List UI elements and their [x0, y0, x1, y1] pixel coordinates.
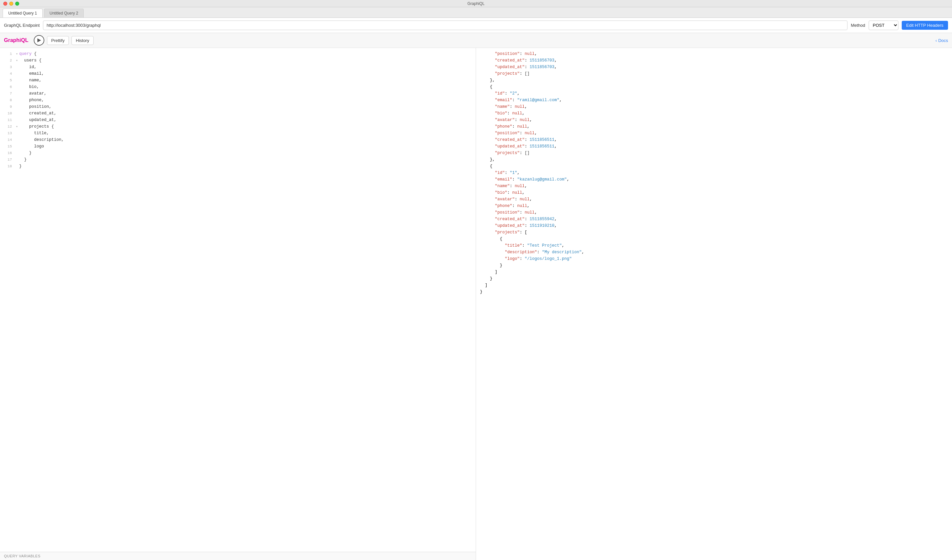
method-label: Method [851, 23, 865, 28]
run-button[interactable] [34, 35, 44, 46]
fold-arrow [16, 131, 18, 136]
editor-line: 18 } [0, 163, 476, 170]
result-line: "phone": null, [480, 123, 948, 130]
code-token: name, [19, 77, 42, 83]
code-token: } [19, 163, 22, 170]
result-line: }, [480, 156, 948, 163]
result-line: "id": "2", [480, 90, 948, 97]
fold-arrow [16, 71, 18, 77]
result-line: ] [480, 269, 948, 275]
code-token: created_at, [19, 110, 57, 117]
code-token: title, [19, 130, 49, 137]
line-number: 17 [3, 157, 12, 163]
toolbar: GraphiQL Prettify History ‹ Docs [0, 33, 952, 48]
fold-arrow [16, 118, 18, 123]
result-line: "projects": [ [480, 229, 948, 236]
result-line: "email": "ramil@gmail.com", [480, 97, 948, 103]
prettify-button[interactable]: Prettify [47, 36, 69, 45]
code-token: updated_at, [19, 117, 57, 123]
endpoint-input[interactable] [43, 20, 847, 30]
result-line: { [480, 163, 948, 170]
result-line: "position": null, [480, 51, 948, 57]
line-number: 4 [3, 71, 12, 77]
fold-arrow [16, 157, 18, 163]
fold-arrow[interactable]: ▾ [16, 52, 18, 57]
line-number: 6 [3, 84, 12, 90]
line-number: 7 [3, 91, 12, 97]
result-line: } [480, 262, 948, 269]
result-line: "phone": null, [480, 203, 948, 209]
result-pane[interactable]: "position": null, "created_at": 15118567… [476, 48, 952, 560]
result-line: "position": null, [480, 130, 948, 137]
editor-line: 3 id, [0, 64, 476, 70]
minimize-btn[interactable] [9, 2, 13, 6]
result-line: "created_at": 1511856511, [480, 137, 948, 143]
result-line: "created_at": 1511855942, [480, 216, 948, 222]
editor-area[interactable]: 1▾query {2▾ users {3 id,4 email,5 name,6… [0, 48, 476, 552]
result-line: "avatar": null, [480, 196, 948, 203]
editor-line: 2▾ users { [0, 57, 476, 64]
chevron-left-icon: ‹ [935, 38, 937, 43]
line-number: 10 [3, 111, 12, 117]
result-line: "logo": "/logos/logo_1.png" [480, 256, 948, 262]
code-token: avatar, [19, 90, 46, 97]
editor-line: 13 title, [0, 130, 476, 137]
result-line: } [480, 288, 948, 295]
editor-line: 4 email, [0, 70, 476, 77]
window-title: GraphiQL [467, 2, 485, 6]
code-token: } [19, 156, 27, 163]
line-number: 11 [3, 117, 12, 123]
code-token: phone, [19, 97, 44, 103]
history-button[interactable]: History [71, 36, 93, 45]
editor-line: 10 created_at, [0, 110, 476, 117]
edit-headers-button[interactable]: Edit HTTP Headers [902, 21, 948, 30]
result-line: { [480, 83, 948, 90]
result-line: "bio": null, [480, 190, 948, 196]
result-line: "email": "kazanlug@gmail.com", [480, 176, 948, 183]
method-select[interactable]: POST GET [869, 20, 898, 30]
editor-line: 8 phone, [0, 97, 476, 103]
result-line: "bio": null, [480, 110, 948, 117]
endpoint-label: GraphQL Endpoint [4, 23, 40, 28]
line-number: 18 [3, 164, 12, 170]
tab-query-2[interactable]: Untitled Query 2 [44, 9, 84, 17]
fold-arrow [16, 91, 18, 97]
fold-arrow [16, 151, 18, 156]
result-line: ] [480, 282, 948, 288]
line-number: 14 [3, 137, 12, 143]
result-line: } [480, 275, 948, 282]
result-line: }, [480, 77, 948, 83]
maximize-btn[interactable] [15, 2, 19, 6]
fold-arrow [16, 111, 18, 116]
fold-arrow [16, 105, 18, 110]
result-line: "title": "Test Project", [480, 242, 948, 249]
fold-arrow[interactable]: ▾ [16, 58, 18, 63]
line-number: 1 [3, 51, 12, 57]
endpoint-bar: GraphQL Endpoint Method POST GET Edit HT… [0, 18, 952, 33]
fold-arrow [16, 65, 18, 70]
docs-button[interactable]: ‹ Docs [935, 38, 948, 43]
titlebar: GraphiQL [0, 0, 952, 7]
result-line: "updated_at": 1511910210, [480, 222, 948, 229]
query-variables-bar[interactable]: QUERY VARIABLES [0, 552, 476, 560]
line-number: 13 [3, 131, 12, 137]
line-number: 9 [3, 104, 12, 110]
close-btn[interactable] [3, 2, 7, 6]
line-number: 8 [3, 97, 12, 103]
code-token: email, [19, 70, 44, 77]
result-line: "updated_at": 1511856511, [480, 143, 948, 150]
tab-query-1[interactable]: Untitled Query 1 [3, 9, 43, 17]
editor-line: 5 name, [0, 77, 476, 83]
code-token: } [19, 150, 32, 156]
main-content: 1▾query {2▾ users {3 id,4 email,5 name,6… [0, 48, 952, 560]
editor-line: 9 position, [0, 103, 476, 110]
line-number: 15 [3, 144, 12, 150]
code-token: description, [19, 137, 64, 143]
editor-pane: 1▾query {2▾ users {3 id,4 email,5 name,6… [0, 48, 476, 560]
fold-arrow [16, 137, 18, 143]
editor-line: 1▾query { [0, 51, 476, 57]
result-line: "updated_at": 1511856703, [480, 64, 948, 70]
fold-arrow[interactable]: ▾ [16, 124, 18, 130]
result-line: "projects": [] [480, 70, 948, 77]
editor-line: 12▾ projects { [0, 123, 476, 130]
